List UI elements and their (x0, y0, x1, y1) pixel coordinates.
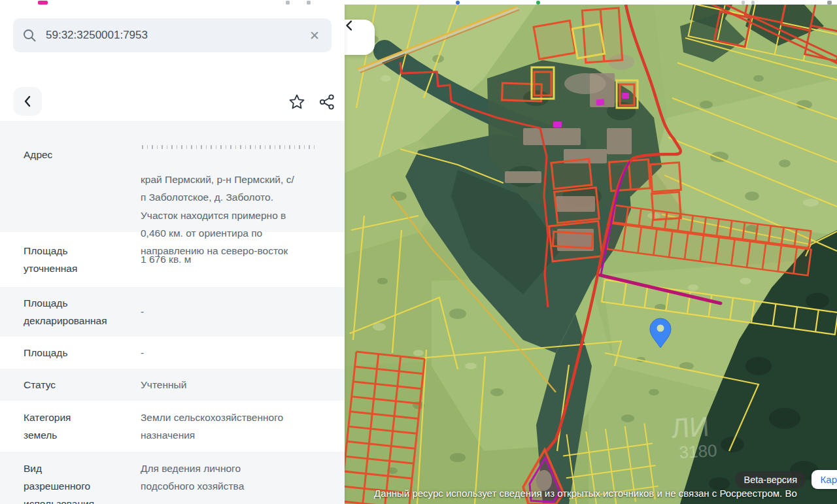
parcel-detail-panel: ✕ Адрес край Пер (0, 5, 345, 504)
beta-version-badge: Beta-версия (735, 471, 806, 488)
row-value: 1 676 кв. м (141, 250, 333, 268)
table-row: Площадь декларированная - (0, 287, 345, 337)
attribute-table: Адрес край Пермский, р-н Пермский, с/ п … (0, 121, 345, 504)
row-label: Категория земель (24, 409, 136, 444)
collapse-panel-button[interactable] (345, 20, 375, 55)
row-value: - (141, 303, 333, 320)
row-label: Статус (24, 376, 136, 394)
bookmark-icon (827, 1, 832, 5)
bookmark-icon (536, 1, 540, 5)
table-row: Адрес край Пермский, р-н Пермский, с/ п … (0, 121, 345, 232)
svg-text:3180: 3180 (679, 441, 717, 462)
row-value: Земли сельскохозяйственного назначения (141, 409, 333, 445)
row-label: Адрес (24, 146, 136, 163)
chevron-left-icon (345, 20, 353, 31)
bookmark-icon (38, 1, 48, 5)
back-button[interactable] (13, 87, 42, 116)
share-button[interactable] (316, 91, 338, 113)
clipped-text-line (142, 145, 318, 149)
bookmark-icon (742, 1, 745, 5)
detail-header (0, 86, 345, 120)
row-label: Площадь (24, 344, 136, 361)
bookmark-icon (307, 1, 311, 5)
row-label: Вид разрешенного использования (24, 460, 136, 504)
svg-text:ЛИ: ЛИ (670, 411, 709, 444)
browser-bookmarks-strip (0, 0, 837, 5)
bookmark-icon (456, 1, 460, 5)
bookmark-icon (751, 1, 755, 5)
row-label: Площадь декларированная (24, 294, 136, 329)
row-value: край Пермский, р-н Пермский, с/ п Заболо… (141, 126, 333, 260)
chevron-left-icon (23, 95, 32, 108)
satellite-layer: ЛИ 3180 (345, 5, 837, 504)
table-row: Категория земель Земли сельскохозяйствен… (0, 401, 345, 452)
favorite-button[interactable] (286, 91, 308, 113)
cadastral-map[interactable]: ЛИ 3180 Данный ресурс использует сведени… (345, 5, 837, 504)
star-icon (288, 93, 306, 111)
row-value: Учтенный (141, 376, 333, 394)
row-value: Для ведения личного подсобного хозяйства (141, 460, 333, 496)
search-input[interactable] (44, 28, 307, 42)
table-row: Статус Учтенный (0, 369, 345, 401)
map-disclaimer: Данный ресурс использует сведения из отк… (374, 488, 837, 499)
table-row: Вид разрешенного использования Для веден… (0, 452, 345, 504)
search-bar[interactable]: ✕ (13, 18, 332, 52)
table-row: Площадь - (0, 337, 345, 369)
row-label: Площадь уточненная (24, 242, 136, 277)
bookmark-icon (286, 1, 290, 5)
map-layer-button[interactable]: Кар (811, 470, 837, 489)
clear-search-icon[interactable]: ✕ (307, 28, 322, 43)
row-value: - (141, 344, 333, 361)
share-icon (318, 93, 335, 110)
search-icon (22, 28, 37, 42)
